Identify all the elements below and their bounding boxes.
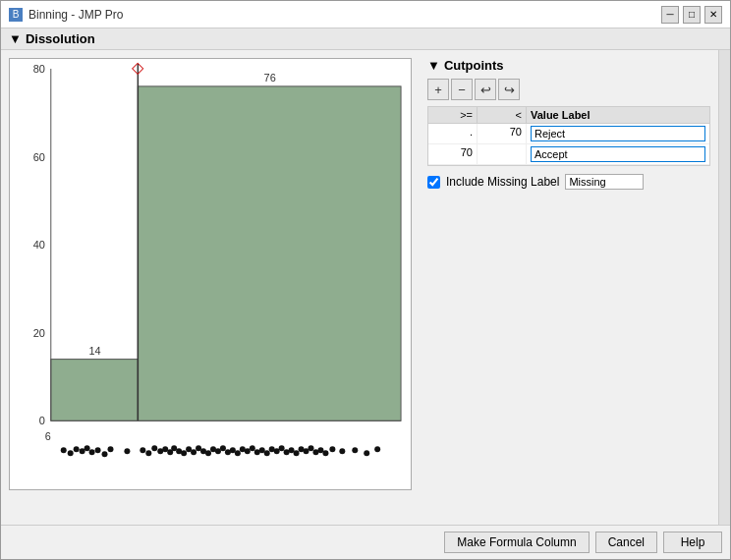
svg-point-21: [61, 447, 67, 453]
svg-point-25: [84, 445, 90, 451]
right-scroll-area: ▼ Cutpoints + − ↩ ↪: [420, 50, 730, 525]
app-icon: B: [9, 8, 23, 22]
svg-point-35: [162, 446, 168, 452]
svg-point-27: [95, 447, 101, 453]
undo-button[interactable]: ↩: [475, 79, 496, 100]
table-row: 70: [428, 144, 709, 165]
svg-point-28: [102, 451, 108, 457]
svg-point-70: [339, 448, 345, 454]
svg-point-67: [317, 447, 323, 453]
svg-point-59: [279, 445, 285, 451]
window-title: Binning - JMP Pro: [28, 8, 124, 22]
svg-point-30: [124, 448, 130, 454]
make-formula-button[interactable]: Make Formula Column: [444, 532, 589, 553]
svg-point-53: [250, 445, 255, 451]
col-lt-header: <: [478, 107, 527, 123]
svg-text:◇: ◇: [132, 59, 144, 76]
svg-rect-2: [51, 360, 139, 421]
collapse-icon[interactable]: ▼: [9, 31, 22, 46]
right-panel: ▼ Cutpoints + − ↩ ↪: [420, 50, 718, 525]
svg-point-58: [274, 448, 280, 454]
row1-label-cell[interactable]: [527, 124, 709, 143]
redo-button[interactable]: ↪: [498, 79, 520, 100]
svg-text:60: 60: [33, 151, 45, 163]
cutpoints-collapse-icon[interactable]: ▼: [427, 58, 440, 73]
svg-point-37: [171, 445, 177, 451]
svg-point-47: [220, 445, 226, 451]
cutpoints-section-header: ▼ Cutpoints: [427, 58, 710, 73]
minimize-button[interactable]: ─: [661, 6, 679, 24]
svg-point-68: [322, 450, 328, 456]
cutpoints-title: Cutpoints: [444, 58, 504, 73]
svg-point-41: [191, 449, 197, 455]
svg-point-31: [140, 447, 145, 453]
svg-point-71: [352, 447, 358, 453]
chart-area: 14 76 ◇: [1, 50, 420, 525]
close-button[interactable]: ✕: [704, 6, 722, 24]
svg-text:14: 14: [88, 345, 100, 357]
title-bar-buttons[interactable]: ─ □ ✕: [661, 6, 722, 24]
svg-point-64: [304, 448, 309, 454]
svg-point-40: [186, 446, 192, 452]
row1-label-input[interactable]: [531, 126, 705, 141]
row1-gte: .: [428, 124, 478, 143]
remove-cutpoint-button[interactable]: −: [451, 79, 473, 100]
col-gte-header: >=: [428, 107, 478, 123]
svg-text:80: 80: [33, 63, 45, 75]
svg-point-42: [196, 445, 201, 451]
table-header: >= < Value Label: [428, 107, 709, 124]
cutpoints-table: >= < Value Label . 70: [427, 106, 710, 166]
svg-point-55: [259, 447, 265, 453]
col-valuelabel-header: Value Label: [527, 107, 709, 123]
svg-point-33: [151, 445, 157, 451]
main-window: B Binning - JMP Pro ─ □ ✕ ▼ Dissolution: [0, 0, 731, 560]
content-area: ▼ Dissolution: [1, 28, 730, 559]
svg-point-52: [245, 448, 251, 454]
svg-point-61: [289, 447, 295, 453]
chart-svg: 14 76 ◇: [10, 59, 411, 489]
title-bar-left: B Binning - JMP Pro: [9, 8, 124, 22]
svg-point-50: [235, 450, 241, 456]
missing-label-input[interactable]: [565, 174, 644, 190]
include-missing-checkbox[interactable]: [427, 176, 440, 189]
svg-text:0: 0: [39, 415, 45, 426]
svg-text:40: 40: [33, 239, 45, 251]
svg-point-56: [264, 450, 270, 456]
chart-container: 14 76 ◇: [9, 58, 412, 490]
maximize-button[interactable]: □: [683, 6, 701, 24]
table-row: . 70: [428, 124, 709, 144]
svg-point-23: [74, 446, 80, 452]
svg-point-62: [294, 450, 300, 456]
svg-point-46: [215, 448, 221, 454]
svg-point-22: [68, 450, 74, 456]
row2-label-input[interactable]: [531, 146, 705, 162]
svg-point-24: [80, 448, 85, 454]
row1-lt: 70: [478, 124, 527, 143]
svg-point-72: [364, 450, 369, 456]
cancel-button[interactable]: Cancel: [595, 532, 657, 553]
svg-rect-4: [138, 86, 401, 420]
section-title: Dissolution: [26, 31, 95, 46]
svg-point-65: [309, 445, 314, 451]
svg-point-73: [374, 446, 380, 452]
main-content: 14 76 ◇: [1, 50, 730, 525]
svg-point-26: [89, 449, 95, 455]
svg-point-39: [181, 450, 187, 456]
include-missing-label: Include Missing Label: [446, 175, 559, 189]
svg-point-44: [205, 450, 211, 456]
svg-text:76: 76: [264, 72, 276, 84]
title-bar: B Binning - JMP Pro ─ □ ✕: [1, 1, 730, 28]
section-header: ▼ Dissolution: [1, 28, 730, 50]
row2-label-cell[interactable]: [527, 144, 709, 164]
row2-gte: 70: [428, 144, 478, 164]
right-scrollbar[interactable]: [718, 50, 730, 525]
row2-lt: [478, 144, 527, 164]
svg-point-49: [230, 447, 236, 453]
svg-point-32: [145, 450, 151, 456]
cutpoints-toolbar: + − ↩ ↪: [427, 79, 710, 100]
help-button[interactable]: Help: [663, 532, 722, 553]
svg-point-29: [108, 446, 114, 452]
bottom-bar: Make Formula Column Cancel Help: [1, 525, 730, 559]
svg-text:20: 20: [33, 327, 45, 339]
add-cutpoint-button[interactable]: +: [427, 79, 449, 100]
